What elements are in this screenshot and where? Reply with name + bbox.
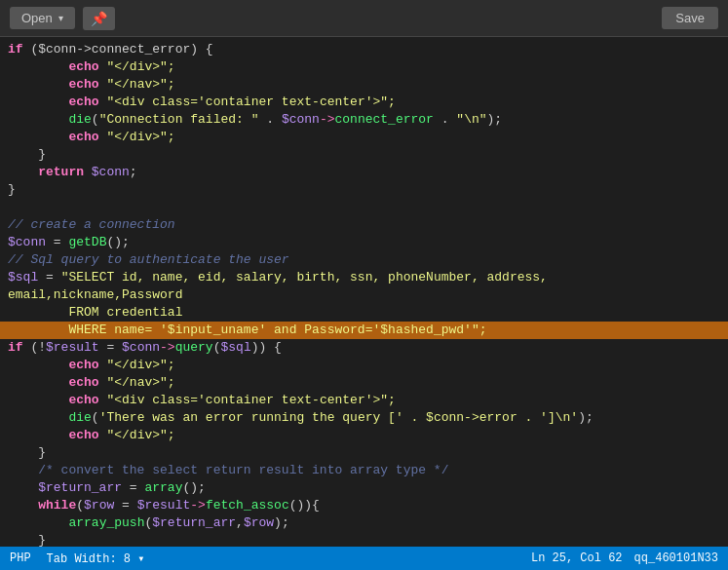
code-line: echo "</div>"; <box>0 129 728 146</box>
toolbar: Open ▾ 📌 Save <box>0 0 728 37</box>
code-line: echo "<div class='container text-center'… <box>0 392 728 409</box>
code-line: FROM credential <box>0 304 728 322</box>
code-line: // create a connection <box>0 216 728 234</box>
code-line: echo "</div>"; <box>0 427 728 444</box>
code-line: return $conn; <box>0 164 728 181</box>
code-editor[interactable]: if ($conn->connect_error) { echo "</div>… <box>0 37 728 547</box>
code-line: if (!$result = $conn->query($sql)) { <box>0 339 728 357</box>
statusbar-right: Ln 25, Col 62 qq_460101N33 <box>531 551 718 565</box>
extra-info: qq_460101N33 <box>634 551 718 565</box>
code-line: } <box>0 532 728 547</box>
code-line: while($row = $result->fetch_assoc()){ <box>0 497 728 514</box>
open-label: Open <box>21 11 53 25</box>
code-line: die("Connection failed: " . $conn->conne… <box>0 111 728 129</box>
code-line: $sql = "SELECT id, name, eid, salary, bi… <box>0 269 728 286</box>
code-line: // Sql query to authenticate the user <box>0 251 728 269</box>
statusbar-left: PHP Tab Width: 8 ▾ <box>10 551 144 566</box>
code-line: echo "</nav>"; <box>0 76 728 94</box>
tab-width-label: Tab Width: 8 ▾ <box>47 551 145 566</box>
code-line <box>0 199 728 216</box>
code-line: } <box>0 444 728 462</box>
code-line: echo "</div>"; <box>0 357 728 374</box>
open-button[interactable]: Open ▾ <box>10 7 75 29</box>
code-line: echo "</div>"; <box>0 58 728 76</box>
code-line: /* convert the select return result into… <box>0 462 728 479</box>
code-line: echo "</nav>"; <box>0 374 728 392</box>
code-line: $conn = getDB(); <box>0 234 728 251</box>
code-line: array_push($return_arr,$row); <box>0 514 728 532</box>
code-line: die('There was an error running the quer… <box>0 409 728 427</box>
code-line: WHERE name= '$input_uname' and Password=… <box>0 322 728 339</box>
pin-icon-button[interactable]: 📌 <box>83 7 115 30</box>
statusbar: PHP Tab Width: 8 ▾ Ln 25, Col 62 qq_4601… <box>0 547 728 570</box>
toolbar-left: Open ▾ 📌 <box>10 7 115 30</box>
code-line: email,nickname,Password <box>0 286 728 304</box>
app-container: Open ▾ 📌 Save if ($conn->connect_error) … <box>0 0 728 570</box>
code-line: echo "<div class='container text-center'… <box>0 94 728 111</box>
pin-icon: 📌 <box>91 11 107 26</box>
code-line: } <box>0 146 728 164</box>
save-button[interactable]: Save <box>662 7 718 29</box>
code-line: } <box>0 181 728 199</box>
cursor-position: Ln 25, Col 62 <box>531 551 623 565</box>
code-line: $return_arr = array(); <box>0 479 728 497</box>
chevron-down-icon: ▾ <box>58 13 63 23</box>
code-line: if ($conn->connect_error) { <box>0 41 728 58</box>
language-label[interactable]: PHP <box>10 551 31 566</box>
